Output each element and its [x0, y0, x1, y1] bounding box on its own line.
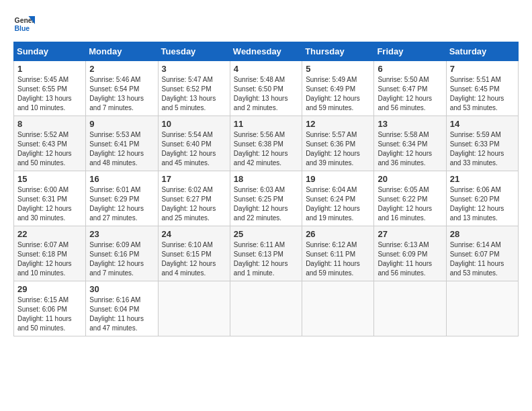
- day-number: 22: [17, 229, 82, 239]
- day-number: 19: [306, 174, 370, 184]
- calendar-week-row: 1 Sunrise: 5:45 AM Sunset: 6:55 PM Dayli…: [14, 61, 519, 116]
- svg-text:Blue: Blue: [15, 25, 30, 32]
- day-detail: Sunrise: 5:57 AM Sunset: 6:36 PM Dayligh…: [306, 130, 370, 168]
- day-detail: Sunrise: 5:51 AM Sunset: 6:45 PM Dayligh…: [450, 75, 515, 113]
- day-detail: Sunrise: 6:00 AM Sunset: 6:31 PM Dayligh…: [17, 185, 82, 223]
- day-detail: Sunrise: 6:03 AM Sunset: 6:25 PM Dayligh…: [234, 185, 298, 223]
- day-number: 23: [89, 229, 154, 239]
- day-number: 5: [306, 64, 370, 74]
- calendar-cell: [158, 281, 230, 336]
- calendar-cell: 3 Sunrise: 5:47 AM Sunset: 6:52 PM Dayli…: [158, 61, 230, 116]
- calendar-cell: 18 Sunrise: 6:03 AM Sunset: 6:25 PM Dayl…: [230, 171, 302, 226]
- day-number: 7: [450, 64, 515, 74]
- calendar-cell: 11 Sunrise: 5:56 AM Sunset: 6:38 PM Dayl…: [230, 116, 302, 171]
- days-header-row: Sunday Monday Tuesday Wednesday Thursday…: [14, 42, 519, 61]
- day-detail: Sunrise: 5:49 AM Sunset: 6:49 PM Dayligh…: [306, 75, 370, 113]
- header-sunday: Sunday: [14, 42, 86, 61]
- day-number: 27: [378, 229, 442, 239]
- day-number: 14: [450, 119, 515, 129]
- header-friday: Friday: [374, 42, 446, 61]
- day-number: 26: [306, 229, 370, 239]
- day-number: 15: [17, 174, 82, 184]
- calendar-table: Sunday Monday Tuesday Wednesday Thursday…: [13, 42, 519, 336]
- calendar-cell: [230, 281, 302, 336]
- day-number: 16: [89, 174, 154, 184]
- day-detail: Sunrise: 6:12 AM Sunset: 6:11 PM Dayligh…: [306, 240, 370, 278]
- day-number: 1: [17, 64, 82, 74]
- calendar-cell: 17 Sunrise: 6:02 AM Sunset: 6:27 PM Dayl…: [158, 171, 230, 226]
- day-detail: Sunrise: 6:11 AM Sunset: 6:13 PM Dayligh…: [234, 240, 298, 278]
- day-detail: Sunrise: 6:16 AM Sunset: 6:04 PM Dayligh…: [89, 295, 154, 333]
- day-number: 8: [17, 119, 82, 129]
- calendar-cell: 13 Sunrise: 5:58 AM Sunset: 6:34 PM Dayl…: [374, 116, 446, 171]
- calendar-cell: 9 Sunrise: 5:53 AM Sunset: 6:41 PM Dayli…: [86, 116, 158, 171]
- day-detail: Sunrise: 6:10 AM Sunset: 6:15 PM Dayligh…: [162, 240, 226, 278]
- day-number: 24: [162, 229, 226, 239]
- day-detail: Sunrise: 5:54 AM Sunset: 6:40 PM Dayligh…: [162, 130, 226, 168]
- day-number: 17: [162, 174, 226, 184]
- day-number: 20: [378, 174, 442, 184]
- calendar-cell: 7 Sunrise: 5:51 AM Sunset: 6:45 PM Dayli…: [446, 61, 518, 116]
- day-number: 18: [234, 174, 298, 184]
- calendar-cell: [302, 281, 374, 336]
- day-number: 12: [306, 119, 370, 129]
- calendar-week-row: 8 Sunrise: 5:52 AM Sunset: 6:43 PM Dayli…: [14, 116, 519, 171]
- calendar-cell: 5 Sunrise: 5:49 AM Sunset: 6:49 PM Dayli…: [302, 61, 374, 116]
- calendar-cell: 21 Sunrise: 6:06 AM Sunset: 6:20 PM Dayl…: [446, 171, 518, 226]
- calendar-cell: 23 Sunrise: 6:09 AM Sunset: 6:16 PM Dayl…: [86, 226, 158, 281]
- header-saturday: Saturday: [446, 42, 518, 61]
- day-detail: Sunrise: 5:52 AM Sunset: 6:43 PM Dayligh…: [17, 130, 82, 168]
- calendar-cell: 27 Sunrise: 6:13 AM Sunset: 6:09 PM Dayl…: [374, 226, 446, 281]
- calendar-cell: 1 Sunrise: 5:45 AM Sunset: 6:55 PM Dayli…: [14, 61, 86, 116]
- day-number: 21: [450, 174, 515, 184]
- calendar-cell: 26 Sunrise: 6:12 AM Sunset: 6:11 PM Dayl…: [302, 226, 374, 281]
- day-detail: Sunrise: 5:59 AM Sunset: 6:33 PM Dayligh…: [450, 130, 515, 168]
- page-header: General Blue: [13, 13, 519, 35]
- calendar-cell: 16 Sunrise: 6:01 AM Sunset: 6:29 PM Dayl…: [86, 171, 158, 226]
- day-number: 6: [378, 64, 442, 74]
- calendar-cell: 4 Sunrise: 5:48 AM Sunset: 6:50 PM Dayli…: [230, 61, 302, 116]
- calendar-cell: 24 Sunrise: 6:10 AM Sunset: 6:15 PM Dayl…: [158, 226, 230, 281]
- day-number: 9: [89, 119, 154, 129]
- day-detail: Sunrise: 6:01 AM Sunset: 6:29 PM Dayligh…: [89, 185, 154, 223]
- calendar-cell: 20 Sunrise: 6:05 AM Sunset: 6:22 PM Dayl…: [374, 171, 446, 226]
- day-number: 11: [234, 119, 298, 129]
- calendar-cell: 28 Sunrise: 6:14 AM Sunset: 6:07 PM Dayl…: [446, 226, 518, 281]
- calendar-cell: 25 Sunrise: 6:11 AM Sunset: 6:13 PM Dayl…: [230, 226, 302, 281]
- day-number: 13: [378, 119, 442, 129]
- calendar-cell: [374, 281, 446, 336]
- day-detail: Sunrise: 5:48 AM Sunset: 6:50 PM Dayligh…: [234, 75, 298, 113]
- calendar-week-row: 22 Sunrise: 6:07 AM Sunset: 6:18 PM Dayl…: [14, 226, 519, 281]
- header-thursday: Thursday: [302, 42, 374, 61]
- day-detail: Sunrise: 5:46 AM Sunset: 6:54 PM Dayligh…: [89, 75, 154, 113]
- day-detail: Sunrise: 5:53 AM Sunset: 6:41 PM Dayligh…: [89, 130, 154, 168]
- day-number: 28: [450, 229, 515, 239]
- day-number: 2: [89, 64, 154, 74]
- day-detail: Sunrise: 5:56 AM Sunset: 6:38 PM Dayligh…: [234, 130, 298, 168]
- calendar-cell: 19 Sunrise: 6:04 AM Sunset: 6:24 PM Dayl…: [302, 171, 374, 226]
- header-tuesday: Tuesday: [158, 42, 230, 61]
- day-detail: Sunrise: 6:07 AM Sunset: 6:18 PM Dayligh…: [17, 240, 82, 278]
- day-number: 4: [234, 64, 298, 74]
- day-detail: Sunrise: 6:04 AM Sunset: 6:24 PM Dayligh…: [306, 185, 370, 223]
- day-detail: Sunrise: 6:06 AM Sunset: 6:20 PM Dayligh…: [450, 185, 515, 223]
- calendar-cell: [446, 281, 518, 336]
- day-detail: Sunrise: 5:45 AM Sunset: 6:55 PM Dayligh…: [17, 75, 82, 113]
- calendar-cell: 22 Sunrise: 6:07 AM Sunset: 6:18 PM Dayl…: [14, 226, 86, 281]
- calendar-cell: 30 Sunrise: 6:16 AM Sunset: 6:04 PM Dayl…: [86, 281, 158, 336]
- calendar-cell: 12 Sunrise: 5:57 AM Sunset: 6:36 PM Dayl…: [302, 116, 374, 171]
- day-number: 30: [89, 284, 154, 294]
- calendar-cell: 29 Sunrise: 6:15 AM Sunset: 6:06 PM Dayl…: [14, 281, 86, 336]
- calendar-cell: 8 Sunrise: 5:52 AM Sunset: 6:43 PM Dayli…: [14, 116, 86, 171]
- calendar-week-row: 15 Sunrise: 6:00 AM Sunset: 6:31 PM Dayl…: [14, 171, 519, 226]
- logo: General Blue: [13, 13, 38, 35]
- calendar-cell: 2 Sunrise: 5:46 AM Sunset: 6:54 PM Dayli…: [86, 61, 158, 116]
- header-wednesday: Wednesday: [230, 42, 302, 61]
- day-detail: Sunrise: 5:47 AM Sunset: 6:52 PM Dayligh…: [162, 75, 226, 113]
- day-number: 10: [162, 119, 226, 129]
- day-detail: Sunrise: 6:02 AM Sunset: 6:27 PM Dayligh…: [162, 185, 226, 223]
- calendar-cell: 10 Sunrise: 5:54 AM Sunset: 6:40 PM Dayl…: [158, 116, 230, 171]
- calendar-cell: 6 Sunrise: 5:50 AM Sunset: 6:47 PM Dayli…: [374, 61, 446, 116]
- day-number: 3: [162, 64, 226, 74]
- day-detail: Sunrise: 6:14 AM Sunset: 6:07 PM Dayligh…: [450, 240, 515, 278]
